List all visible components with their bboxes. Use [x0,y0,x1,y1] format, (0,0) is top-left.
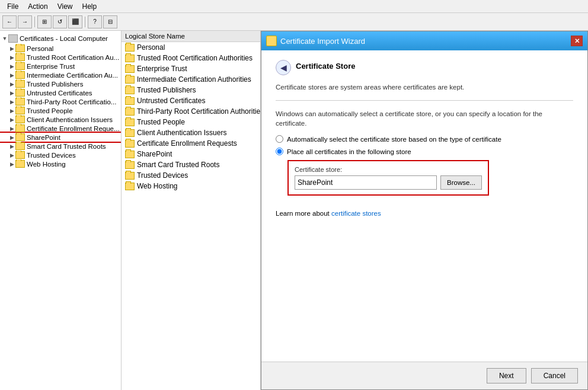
wizard-section-title: Certificate Store [296,62,355,71]
tree-item[interactable]: ▶ Certificate Enrollment Reque... [0,124,121,133]
radio-place-input[interactable] [276,148,283,155]
middle-item[interactable]: Intermediate Certification Authorities [122,74,260,85]
tree-item[interactable]: ▶ Smart Card Trusted Roots [0,142,121,151]
cert-store-row: Browse... [295,175,482,190]
menu-view[interactable]: View [53,1,78,12]
toolbar-separator-2 [85,17,85,27]
middle-item[interactable]: Trusted People [122,117,260,127]
wizard-back-button[interactable]: ◀ [276,60,291,75]
tree-items-container: ▶ Personal ▶ Trusted Root Certification … [0,44,121,168]
middle-item-label: Personal [137,43,165,52]
back-button[interactable]: ← [2,15,17,28]
tree-label: Intermediate Certification Au... [27,72,118,79]
show-hide-button[interactable]: ⊞ [37,15,52,28]
tree-item[interactable]: ▶ Trusted Devices [0,151,121,159]
folder-icon [15,71,25,79]
tree-item[interactable]: ▶ SharePoint [0,133,121,142]
radio-place-label: Place all certificates in the following … [287,148,411,155]
tree-arrow: ▶ [8,161,15,167]
wizard-footer: Next Cancel [261,362,587,389]
learn-more-area: Learn more about certificate stores [276,210,573,217]
tree-arrow: ▶ [8,143,15,149]
radio-place-in-store[interactable]: Place all certificates in the following … [276,148,573,155]
tree-label: Trusted Devices [27,152,76,159]
folder-icon [15,151,25,159]
next-button[interactable]: Next [487,368,526,383]
tree-item[interactable]: ▶ Intermediate Certification Au... [0,71,121,79]
tree-item[interactable]: ▶ Trusted Root Certification Au... [0,53,121,62]
middle-item[interactable]: Trusted Devices [122,170,260,181]
middle-item[interactable]: Certificate Enrollment Requests [122,138,260,149]
folder-icon [125,87,135,94]
middle-item[interactable]: Third-Party Root Certification Authoriti… [122,106,260,117]
refresh-button[interactable]: ↺ [53,15,67,28]
forward-button[interactable]: → [18,15,32,28]
folder-icon [15,124,25,132]
menu-action[interactable]: Action [23,1,52,12]
middle-item-label: Third-Party Root Certification Authoriti… [137,107,261,116]
tree-label: Web Hosting [27,161,66,168]
export-button[interactable]: ⬛ [68,15,82,28]
folder-icon [15,98,25,106]
menu-file[interactable]: File [2,1,23,12]
radio-auto-label: Automatically select the certificate sto… [287,136,501,143]
wizard-title-area: Certificate Import Wizard [266,36,365,46]
folder-icon [125,55,135,62]
toolbar-separator-1 [34,17,35,27]
tree-label: Certificate Enrollment Reque... [27,125,120,132]
middle-item[interactable]: Client Authentication Issuers [122,127,260,138]
radio-auto-select[interactable]: Automatically select the certificate sto… [276,135,573,143]
wizard-title-text: Certificate Import Wizard [280,37,365,46]
tree-arrow: ▶ [8,135,15,140]
tree-arrow: ▶ [8,55,15,60]
wizard-desc2: Windows can automatically select a certi… [276,109,573,128]
tree-item[interactable]: ▶ Web Hosting [0,159,121,168]
tree-arrow: ▶ [8,152,15,158]
tree-item[interactable]: ▶ Enterprise Trust [0,62,121,71]
tree-root-label: Certificates - Local Computer [20,35,108,42]
tree-label: Smart Card Trusted Roots [27,143,106,150]
tree-label: Client Authentication Issuers [27,116,113,123]
middle-item-label: Web Hosting [137,182,177,190]
middle-item[interactable]: Untrusted Certificates [122,95,260,106]
learn-more-text: Learn more about [276,210,331,217]
tree-item[interactable]: ▶ Trusted Publishers [0,79,121,88]
tree-item[interactable]: ▶ Client Authentication Issuers [0,115,121,124]
wizard-titlebar: Certificate Import Wizard ✕ [261,31,587,50]
tree-arrow: ▶ [8,108,15,114]
tree-label: Third-Party Root Certificatio... [27,98,116,106]
middle-item[interactable]: SharePoint [122,149,260,159]
tree-arrow: ▶ [8,90,15,96]
tree-arrow: ▶ [8,99,15,105]
tree-item[interactable]: ▶ Untrusted Certificates [0,88,121,97]
middle-item[interactable]: Web Hosting [122,181,260,191]
folder-icon [125,119,135,126]
middle-item[interactable]: Trusted Publishers [122,85,260,95]
wizard-icon [266,36,277,46]
middle-item[interactable]: Personal [122,42,260,53]
folder-icon [15,116,25,123]
cert-store-box: Certificate store: Browse... [287,160,489,196]
tree-item[interactable]: ▶ Personal [0,44,121,53]
wizard-close-button[interactable]: ✕ [571,36,583,46]
tree-arrow: ▶ [8,81,15,87]
cancel-button[interactable]: Cancel [531,368,578,383]
folder-icon [125,129,135,137]
help-button[interactable]: ? [88,15,102,28]
main-container: ▼ Certificates - Local Computer ▶ Person… [0,31,588,390]
wizard-back-area: ◀ Certificate Store [276,60,573,75]
tree-root-item-certificates[interactable]: ▼ Certificates - Local Computer [0,33,121,44]
tree-root: ▼ Certificates - Local Computer ▶ Person… [0,31,121,171]
middle-item[interactable]: Smart Card Trusted Roots [122,159,260,170]
browse-button[interactable]: Browse... [440,175,482,190]
wizard-body: ◀ Certificate Store Certificate stores a… [261,50,587,362]
radio-auto-input[interactable] [276,135,283,143]
middle-item[interactable]: Enterprise Trust [122,63,260,74]
learn-more-link[interactable]: certificate stores [331,210,381,217]
menu-help[interactable]: Help [78,1,102,12]
cert-store-input[interactable] [295,175,437,190]
middle-item[interactable]: Trusted Root Certification Authorities [122,53,260,63]
properties-button[interactable]: ⊟ [103,15,117,28]
tree-item[interactable]: ▶ Trusted People [0,106,121,115]
tree-item[interactable]: ▶ Third-Party Root Certificatio... [0,97,121,106]
